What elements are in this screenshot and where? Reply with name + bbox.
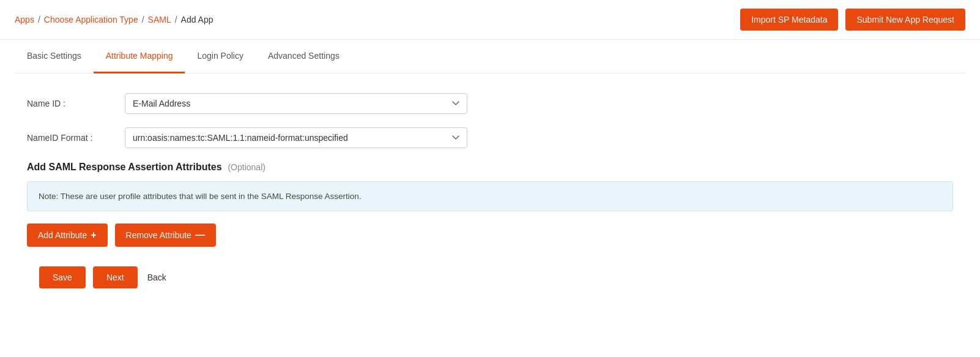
import-sp-metadata-button[interactable]: Import SP Metadata — [740, 9, 838, 31]
breadcrumb-saml[interactable]: SAML — [148, 15, 171, 24]
attribute-buttons: Add Attribute + Remove Attribute — — [27, 224, 953, 247]
bottom-actions: Save Next Back — [27, 266, 953, 288]
remove-attribute-label: Remove Attribute — [126, 230, 191, 240]
breadcrumb-choose-app-type[interactable]: Choose Application Type — [44, 15, 138, 24]
breadcrumb-sep3: / — [175, 15, 177, 24]
next-button[interactable]: Next — [93, 266, 138, 288]
tabs: Basic Settings Attribute Mapping Login P… — [15, 40, 965, 73]
add-attribute-label: Add Attribute — [38, 230, 87, 240]
submit-new-app-request-button[interactable]: Submit New App Request — [845, 9, 965, 31]
form-section: Name ID : E-Mail Address Username Phone … — [15, 93, 965, 288]
breadcrumb-current: Add App — [181, 15, 213, 24]
saml-section-heading: Add SAML Response Assertion Attributes — [27, 162, 222, 172]
name-id-select[interactable]: E-Mail Address Username Phone Number — [125, 93, 467, 114]
minus-icon: — — [195, 230, 205, 241]
header-actions: Import SP Metadata Submit New App Reques… — [740, 9, 965, 31]
saml-note-box: Note: These are user profile attributes … — [27, 181, 953, 211]
tab-basic-settings[interactable]: Basic Settings — [15, 40, 94, 73]
saml-section-heading-row: Add SAML Response Assertion Attributes (… — [27, 162, 953, 173]
back-button[interactable]: Back — [145, 266, 169, 288]
breadcrumb-apps[interactable]: Apps — [15, 15, 34, 24]
main-content: Basic Settings Attribute Mapping Login P… — [0, 40, 980, 303]
header: Apps / Choose Application Type / SAML / … — [0, 0, 980, 40]
plus-icon: + — [91, 230, 96, 241]
remove-attribute-button[interactable]: Remove Attribute — — [115, 224, 216, 247]
add-attribute-button[interactable]: Add Attribute + — [27, 224, 108, 247]
breadcrumb: Apps / Choose Application Type / SAML / … — [15, 15, 213, 24]
breadcrumb-sep2: / — [142, 15, 144, 24]
name-id-row: Name ID : E-Mail Address Username Phone … — [27, 93, 953, 114]
tab-login-policy[interactable]: Login Policy — [185, 40, 256, 73]
nameid-format-row: NameID Format : urn:oasis:names:tc:SAML:… — [27, 127, 953, 148]
nameid-format-label: NameID Format : — [27, 133, 125, 143]
save-button[interactable]: Save — [39, 266, 86, 288]
breadcrumb-sep1: / — [38, 15, 40, 24]
tab-advanced-settings[interactable]: Advanced Settings — [256, 40, 352, 73]
tab-attribute-mapping[interactable]: Attribute Mapping — [94, 40, 185, 73]
name-id-label: Name ID : — [27, 99, 125, 108]
nameid-format-select[interactable]: urn:oasis:names:tc:SAML:1.1:nameid-forma… — [125, 127, 467, 148]
saml-section-optional: (Optional) — [228, 162, 265, 172]
saml-note-text: Note: These are user profile attributes … — [39, 192, 362, 201]
